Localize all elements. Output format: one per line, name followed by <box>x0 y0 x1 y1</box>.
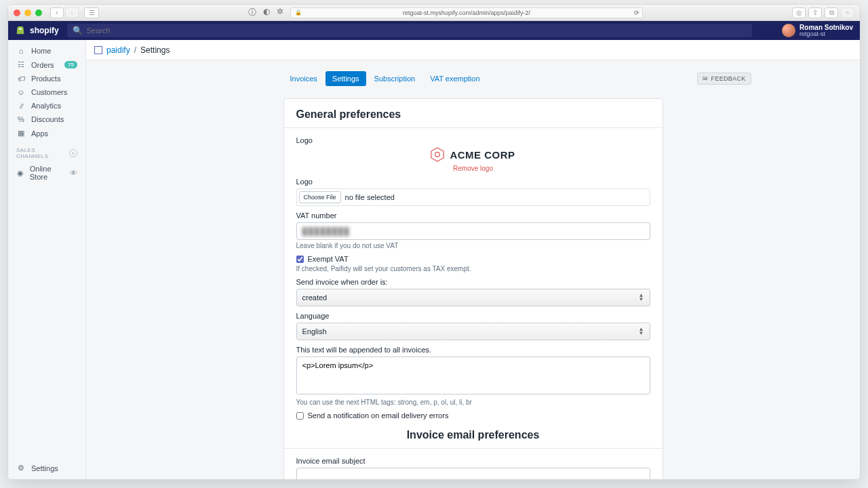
back-button[interactable]: ‹ <box>50 7 64 18</box>
sidebar-item-online-store[interactable]: ◉Online Store👁 <box>8 162 85 184</box>
choose-file-button[interactable]: Choose File <box>299 191 341 203</box>
general-preferences-title: General preferences <box>296 108 650 121</box>
content-area: paidify / Settings ✉FEEDBACK Invoices Se… <box>86 40 860 479</box>
chevron-updown-icon: ▲▼ <box>639 293 644 301</box>
exempt-vat-checkbox[interactable] <box>296 256 304 263</box>
analytics-icon: ⫽ <box>16 102 26 110</box>
add-channel-icon[interactable]: + <box>69 149 77 157</box>
remove-logo-link[interactable]: Remove logo <box>296 165 650 172</box>
notify-errors-checkbox[interactable] <box>296 412 304 420</box>
chevron-updown-icon: ▲▼ <box>639 327 644 335</box>
tab-invoices[interactable]: Invoices <box>283 71 324 86</box>
close-window-icon[interactable] <box>14 9 20 16</box>
extension-icon-2[interactable]: ✲ <box>277 7 283 18</box>
tab-vat-exemption[interactable]: VAT exemption <box>423 71 486 86</box>
vat-number-label: VAT number <box>296 211 650 220</box>
eye-icon[interactable]: 👁 <box>70 169 77 177</box>
feedback-button[interactable]: ✉FEEDBACK <box>697 73 751 85</box>
browser-toolbar: ‹ › ☰ ⓘ ◐ ✲ 🔒 retgoat-st.myshopify.com/a… <box>8 5 860 21</box>
current-logo: ACME CORP <box>296 147 650 162</box>
exempt-vat-label: Exempt VAT <box>308 255 349 263</box>
sidebar: ⌂Home ☷Orders75 🏷Products ☺Customers ⫽An… <box>8 40 86 479</box>
language-label: Language <box>296 312 650 320</box>
acme-logo-icon <box>431 147 444 162</box>
sidebar-item-customers[interactable]: ☺Customers <box>8 85 85 99</box>
notify-errors-row[interactable]: Send a notification on email delivery er… <box>296 411 650 420</box>
share-icon[interactable]: ⇪ <box>808 7 822 18</box>
language-select[interactable]: English ▲▼ <box>296 323 650 340</box>
sidebar-item-orders[interactable]: ☷Orders75 <box>8 58 85 72</box>
tab-settings[interactable]: Settings <box>326 71 366 86</box>
send-invoice-label: Send invoice when order is: <box>296 278 650 286</box>
reader-icon[interactable]: ⓘ <box>248 7 256 18</box>
home-icon: ⌂ <box>16 47 26 55</box>
discounts-icon: % <box>16 115 26 123</box>
browser-window: ‹ › ☰ ⓘ ◐ ✲ 🔒 retgoat-st.myshopify.com/a… <box>7 4 861 480</box>
sidebar-item-settings[interactable]: ⚙Settings <box>8 461 85 475</box>
customers-icon: ☺ <box>16 88 26 96</box>
orders-badge: 75 <box>64 61 77 68</box>
gear-icon: ⚙ <box>16 464 26 472</box>
orders-icon: ☷ <box>16 60 26 69</box>
forward-button[interactable]: › <box>65 7 79 18</box>
tabs-icon[interactable]: ⧉ <box>825 7 838 18</box>
products-icon: 🏷 <box>16 75 26 83</box>
logo-upload-label: Logo <box>296 178 650 186</box>
sidebar-item-products[interactable]: 🏷Products <box>8 72 85 85</box>
search-bar[interactable]: 🔍 <box>67 24 752 37</box>
avatar <box>782 24 795 37</box>
user-name: Roman Sotnikov <box>800 24 853 31</box>
append-text-label: This text will be appended to all invoic… <box>296 346 650 354</box>
sidebar-item-discounts[interactable]: %Discounts <box>8 113 85 126</box>
sidebar-item-home[interactable]: ⌂Home <box>8 44 85 58</box>
email-subject-input[interactable] <box>296 468 650 479</box>
logo-file-input[interactable]: Choose File no file selected <box>296 188 650 206</box>
logo-label: Logo <box>296 136 650 144</box>
sidebar-toggle-icon[interactable]: ☰ <box>84 7 99 18</box>
address-bar[interactable]: 🔒 retgoat-st.myshopify.com/admin/apps/pa… <box>290 7 643 18</box>
refresh-icon[interactable]: ⟳ <box>634 9 639 16</box>
vat-help-text: Leave blank if you do not use VAT <box>296 242 650 249</box>
new-tab-icon[interactable]: + <box>841 7 854 18</box>
shop-name: retgoat-st <box>800 31 853 37</box>
svg-point-1 <box>435 152 440 157</box>
url-text: retgoat-st.myshopify.com/admin/apps/paid… <box>403 9 530 16</box>
action-icon[interactable]: ◎ <box>792 7 806 18</box>
app-icon <box>94 46 102 54</box>
settings-panel: General preferences Logo ACME CORP Remov… <box>283 98 663 479</box>
breadcrumb: paidify / Settings <box>86 40 860 60</box>
acme-logo-text: ACME CORP <box>450 149 515 161</box>
store-icon: ◉ <box>16 169 24 178</box>
mail-icon: ✉ <box>703 75 708 82</box>
svg-marker-0 <box>431 148 443 161</box>
sidebar-item-apps[interactable]: ▦Apps <box>8 126 85 140</box>
exempt-help-text: If checked, Paifidy will set your custom… <box>296 265 650 272</box>
tabs: Invoices Settings Subscription VAT exemp… <box>283 71 663 86</box>
email-preferences-title: Invoice email preferences <box>296 429 650 441</box>
exempt-vat-row[interactable]: Exempt VAT <box>296 255 650 263</box>
app-header: shopify 🔍 Roman Sotnikov retgoat-st <box>8 21 860 40</box>
file-status-text: no file selected <box>345 193 395 201</box>
vat-number-input[interactable]: ████████ <box>296 222 650 240</box>
breadcrumb-current: Settings <box>140 45 170 55</box>
extension-icon[interactable]: ◐ <box>263 7 270 18</box>
sales-channels-heading: SALES CHANNELS+ <box>8 140 85 162</box>
zoom-window-icon[interactable] <box>35 9 42 16</box>
sidebar-item-analytics[interactable]: ⫽Analytics <box>8 99 85 113</box>
append-text-input[interactable] <box>296 357 650 394</box>
search-input[interactable] <box>87 26 747 35</box>
traffic-lights <box>14 9 42 16</box>
user-menu[interactable]: Roman Sotnikov retgoat-st <box>782 24 853 37</box>
append-help-text: You can use the next HTML tags: strong, … <box>296 399 650 406</box>
apps-icon: ▦ <box>16 129 26 138</box>
tab-subscription[interactable]: Subscription <box>368 71 422 86</box>
breadcrumb-app[interactable]: paidify <box>106 45 130 55</box>
send-invoice-select[interactable]: created ▲▼ <box>296 289 650 306</box>
search-icon: 🔍 <box>73 26 83 35</box>
minimize-window-icon[interactable] <box>24 9 31 16</box>
shopify-logo[interactable]: shopify <box>15 25 59 36</box>
lock-icon: 🔒 <box>295 9 302 16</box>
shopify-brand-text: shopify <box>30 26 59 35</box>
notify-errors-label: Send a notification on email delivery er… <box>308 411 449 420</box>
email-subject-label: Invoice email subject <box>296 457 650 465</box>
